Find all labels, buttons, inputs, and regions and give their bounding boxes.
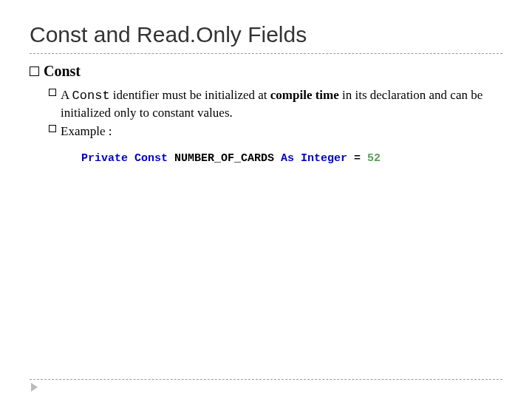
section-heading: Const	[30, 63, 502, 80]
slide-title: Const and Read.Only Fields	[30, 22, 502, 54]
square-bullet-icon	[30, 66, 39, 76]
sub-list: A Const identifier must be initialized a…	[30, 87, 502, 140]
list-item: A Const identifier must be initialized a…	[49, 87, 502, 122]
arrow-right-icon	[31, 383, 38, 392]
section-heading-text: Const	[44, 63, 81, 80]
square-bullet-icon	[49, 89, 56, 96]
code-example: Private Const NUMBER_OF_CARDS As Integer…	[30, 152, 502, 165]
footer-divider	[30, 379, 502, 380]
square-bullet-icon	[49, 125, 56, 132]
bullet-text: A Const identifier must be initialized a…	[61, 87, 502, 122]
bullet-text: Example :	[61, 123, 502, 140]
list-item: Example :	[49, 123, 502, 140]
